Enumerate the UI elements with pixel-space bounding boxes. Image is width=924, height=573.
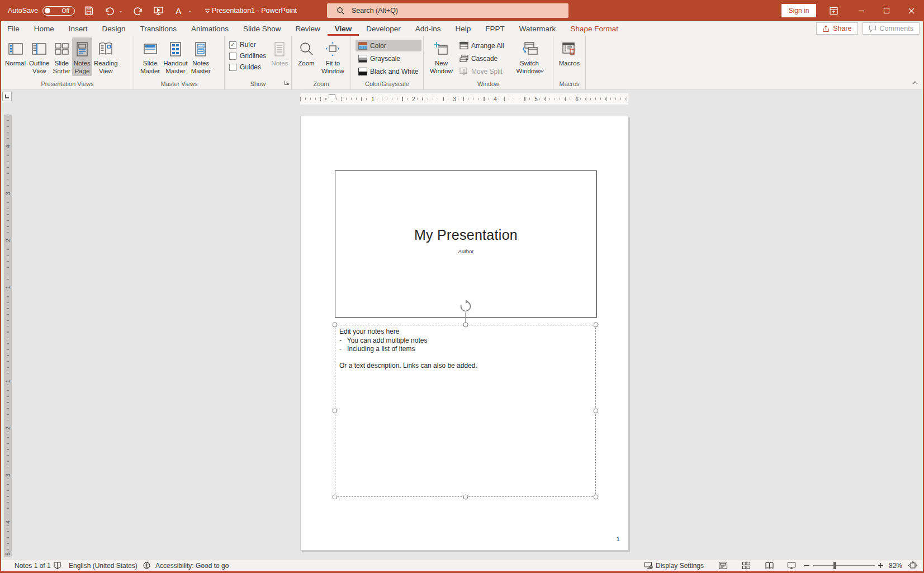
tab-add-ins[interactable]: Add-ins [408,21,448,36]
zoom-button[interactable]: Zoom [296,37,316,69]
zoom-slider[interactable] [813,560,875,571]
arrange-all-button[interactable]: Arrange All [457,40,507,51]
tab-transitions[interactable]: Transitions [133,21,184,36]
tab-watermark[interactable]: Watermark [512,21,563,36]
ruler-checkbox[interactable]: ✓ Ruler [229,41,266,49]
tab-selector-l-icon [5,94,9,98]
cascade-button[interactable]: Cascade [457,53,507,64]
handout-master-button[interactable]: Handout Master [162,37,189,76]
rotate-handle[interactable] [458,299,473,314]
reading-view-label: Reading View [94,60,118,75]
zoom-slider-thumb[interactable] [833,562,836,569]
normal-view-status-icon[interactable] [718,560,728,571]
switch-windows-label: Switch Windows [517,60,543,75]
ribbon-display-options-icon[interactable] [824,0,843,21]
collapse-ribbon-icon[interactable] [912,80,918,86]
outline-view-button[interactable]: Outline View [27,37,51,76]
minimize-button[interactable] [849,0,874,21]
notes-show-button[interactable]: Notes [269,37,290,69]
sign-in-button[interactable]: Sign in [781,4,816,17]
tab-selector-button[interactable] [2,92,12,101]
vruler-number: 1 [5,285,11,290]
tab-view[interactable]: View [328,21,359,36]
fit-slide-to-window-icon[interactable] [908,560,918,571]
resize-handle-top-left[interactable] [333,323,338,328]
tab-review[interactable]: Review [288,21,327,36]
start-from-beginning-icon[interactable] [152,2,164,19]
black-and-white-button[interactable]: Black and White [356,65,421,77]
tab-insert[interactable]: Insert [61,21,95,36]
show-dialog-launcher-icon[interactable] [284,78,290,88]
notes-page-button[interactable]: Notes Page [72,37,92,76]
zoom-in-button[interactable] [878,560,884,571]
tab-animations[interactable]: Animations [184,21,236,36]
undo-icon[interactable] [103,2,115,19]
autosave-switch[interactable]: Off [42,6,75,16]
tab-design[interactable]: Design [95,21,133,36]
font-quick-icon[interactable]: A [172,2,184,19]
resize-handle-bottom-left[interactable] [333,495,338,500]
slide-sorter-status-icon[interactable] [742,560,751,571]
new-window-button[interactable]: New Window [428,37,454,76]
switch-windows-button[interactable]: Switch Windows ⌄ [515,37,544,76]
zoom-percentage[interactable]: 82% [889,560,902,571]
undo-dropdown-icon[interactable]: ⌄ [119,8,124,13]
notes-page: My Presentation Author Edit your notes h… [300,116,628,551]
tab-slide-show[interactable]: Slide Show [236,21,288,36]
resize-handle-top-right[interactable] [594,323,599,328]
slide-indicator[interactable]: Notes 1 of 1 [15,560,51,571]
group-label-master-views: Master Views [134,79,224,89]
indent-marker[interactable] [329,94,335,102]
resize-handle-bottom-center[interactable] [463,495,468,500]
redo-icon[interactable] [132,2,144,19]
slide-master-button[interactable]: Slide Master [139,37,162,76]
tab-fppt[interactable]: FPPT [478,21,512,36]
slide-show-status-icon[interactable] [787,560,796,571]
search-input[interactable]: Search (Alt+Q) [327,3,568,18]
tab-home[interactable]: Home [27,21,61,36]
notes-master-button[interactable]: Notes Master [189,37,212,76]
grayscale-button[interactable]: Grayscale [356,53,421,64]
save-icon[interactable] [83,2,95,19]
macros-button[interactable]: Macros [557,37,582,69]
resize-handle-bottom-right[interactable] [594,495,599,500]
fit-to-window-button[interactable]: Fit to Window [320,37,346,76]
notes-page-icon [74,40,91,59]
close-button[interactable] [899,0,924,21]
status-bar: Notes 1 of 1 English (United States) Acc… [0,559,924,571]
notes-text[interactable]: Edit your notes here - You can add multi… [339,328,585,370]
share-button[interactable]: Share [816,22,857,35]
normal-view-button[interactable]: Normal [3,37,27,69]
reading-view-button[interactable]: Reading View [92,37,120,76]
display-settings-label[interactable]: Display Settings [656,560,704,571]
accessibility-icon[interactable] [143,560,151,571]
maximize-button[interactable] [874,0,899,21]
autosave-toggle[interactable]: AutoSave Off [8,6,75,16]
tab-developer[interactable]: Developer [359,21,408,36]
outline-view-label: Outline View [29,60,49,75]
color-button[interactable]: Color [356,40,421,51]
gridlines-checkbox[interactable]: Gridlines [229,52,266,60]
slide-thumbnail[interactable]: My Presentation Author [335,171,597,318]
new-window-icon [433,40,449,59]
resize-handle-middle-right[interactable] [594,409,599,414]
language-indicator[interactable]: English (United States) [69,560,138,571]
resize-handle-middle-left[interactable] [333,409,338,414]
slide-sorter-icon [53,40,70,59]
tab-file[interactable]: File [0,21,27,36]
zoom-out-button[interactable] [804,560,810,571]
tab-shape-format[interactable]: Shape Format [563,21,626,36]
move-split-button[interactable]: Move Split [457,65,507,77]
comments-button[interactable]: Comments [863,22,920,35]
accessibility-status[interactable]: Accessibility: Good to go [155,560,229,571]
guides-checkbox[interactable]: Guides [229,63,266,71]
display-settings-icon[interactable] [644,560,653,571]
zoom-icon [298,40,315,59]
reading-view-status-icon[interactable] [765,560,774,571]
tab-help[interactable]: Help [448,21,478,36]
spell-check-icon[interactable] [53,560,61,571]
slide-sorter-button[interactable]: Slide Sorter [51,37,72,76]
notes-master-label: Notes Master [191,60,211,75]
slide-master-icon [142,40,159,59]
resize-handle-top-center[interactable] [463,323,468,328]
